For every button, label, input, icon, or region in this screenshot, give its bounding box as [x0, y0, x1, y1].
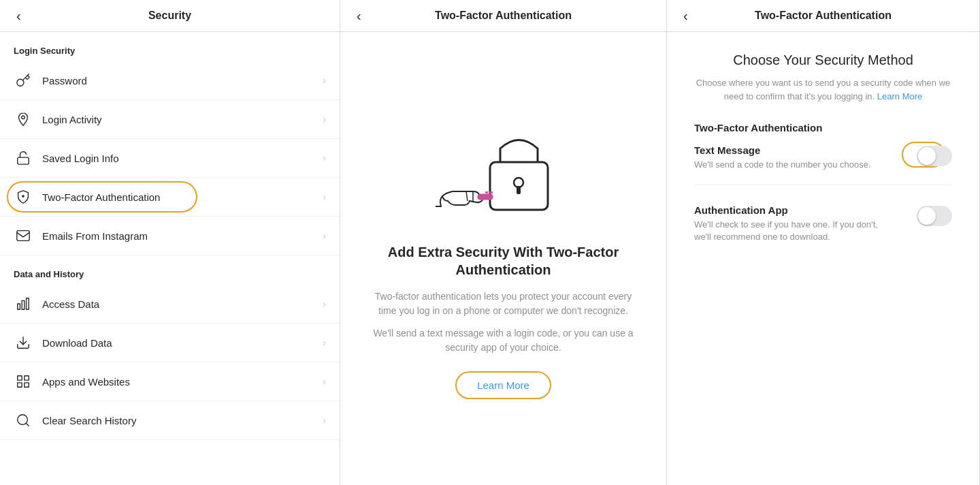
panel2-main-title: Add Extra Security With Two-Factor Authe…: [368, 243, 639, 279]
auth-app-option: Authentication App We'll check to see if…: [694, 204, 952, 243]
saved-login-label: Saved Login Info: [42, 153, 323, 164]
svg-point-1: [22, 195, 24, 198]
password-label: Password: [42, 75, 323, 87]
svg-rect-15: [517, 186, 521, 194]
text-message-option: Text Message We'll send a code to the nu…: [694, 144, 952, 185]
text-message-title: Text Message: [694, 144, 871, 156]
auth-app-toggle[interactable]: [917, 206, 952, 226]
sidebar-item-password[interactable]: Password ›: [0, 61, 340, 100]
panel1-title: Security: [148, 10, 191, 22]
shield-icon: [14, 187, 33, 206]
password-chevron: ›: [323, 75, 326, 86]
location-icon: [14, 110, 33, 129]
key-icon: [14, 71, 33, 90]
svg-line-12: [26, 423, 29, 426]
sidebar-item-two-factor[interactable]: Two-Factor Authentication ›: [0, 178, 340, 217]
download-data-chevron: ›: [323, 337, 326, 348]
two-factor-chevron: ›: [323, 191, 326, 202]
login-activity-chevron: ›: [323, 114, 326, 125]
two-factor-info-panel: ‹ Two-Factor Authentication: [340, 0, 667, 485]
svg-rect-4: [22, 300, 24, 309]
panel2-header: ‹ Two-Factor Authentication: [340, 0, 666, 32]
text-message-text: Text Message We'll send a code to the nu…: [694, 144, 871, 171]
login-activity-label: Login Activity: [42, 114, 323, 125]
login-security-section: Login Security Password › Login Activity…: [0, 32, 340, 255]
svg-rect-7: [18, 376, 22, 380]
security-panel: ‹ Security Login Security Password › Log…: [0, 0, 340, 485]
lock-illustration: [436, 118, 572, 227]
data-history-section: Data and History Access Data › Download …: [0, 255, 340, 440]
svg-line-16: [466, 191, 468, 201]
panel2-desc2: We'll send a text message with a login c…: [368, 326, 639, 355]
choose-method-subtitle: Choose where you want us to send you a s…: [694, 76, 952, 103]
bar-chart-icon: [14, 294, 33, 313]
svg-rect-10: [24, 383, 29, 387]
sidebar-item-download-data[interactable]: Download Data ›: [0, 324, 340, 362]
choose-method-title: Choose Your Security Method: [694, 52, 952, 68]
grid-icon: [14, 372, 33, 391]
sidebar-item-login-activity[interactable]: Login Activity ›: [0, 100, 340, 139]
panel3-body: Choose Your Security Method Choose where…: [667, 32, 979, 485]
svg-rect-20: [485, 191, 488, 193]
clear-search-label: Clear Search History: [42, 415, 323, 426]
emails-chevron: ›: [323, 230, 326, 241]
panel3-back-button[interactable]: ‹: [678, 6, 693, 25]
svg-rect-18: [478, 194, 493, 200]
sidebar-item-saved-login[interactable]: Saved Login Info ›: [0, 139, 340, 178]
subtitle-learn-more-link[interactable]: Learn More: [877, 91, 922, 101]
download-data-label: Download Data: [42, 337, 323, 349]
access-data-chevron: ›: [323, 298, 326, 309]
lock-open-icon: [14, 148, 33, 168]
apps-websites-label: Apps and Websites: [42, 376, 323, 388]
svg-rect-2: [17, 231, 29, 241]
mail-icon: [14, 226, 33, 245]
learn-more-button[interactable]: Learn More: [455, 371, 551, 399]
svg-rect-19: [489, 191, 493, 193]
saved-login-chevron: ›: [323, 153, 326, 163]
panel2-title: Two-Factor Authentication: [435, 10, 572, 22]
panel2-back-button[interactable]: ‹: [351, 6, 367, 25]
search-icon: [14, 411, 33, 430]
emails-label: Emails From Instagram: [42, 230, 323, 242]
login-security-label: Login Security: [0, 32, 340, 61]
sidebar-item-emails[interactable]: Emails From Instagram ›: [0, 217, 340, 255]
panel2-desc1: Two-factor authentication lets you prote…: [368, 290, 639, 318]
sidebar-item-apps-websites[interactable]: Apps and Websites ›: [0, 362, 340, 401]
auth-app-title: Authentication App: [694, 204, 885, 216]
two-factor-label: Two-Factor Authentication: [42, 191, 323, 203]
panel1-header: ‹ Security: [0, 0, 340, 32]
panel3-header: ‹ Two-Factor Authentication: [667, 0, 979, 32]
download-icon: [14, 333, 33, 352]
svg-rect-8: [24, 376, 29, 380]
panel1-back-button[interactable]: ‹: [11, 6, 27, 25]
svg-rect-5: [27, 298, 29, 310]
two-factor-section-title: Two-Factor Authentication: [694, 122, 952, 134]
auth-app-desc: We'll check to see if you have one. If y…: [694, 219, 885, 243]
sidebar-item-clear-search[interactable]: Clear Search History ›: [0, 401, 340, 440]
access-data-label: Access Data: [42, 298, 323, 310]
text-message-toggle-wrapper: [906, 144, 952, 166]
sidebar-item-access-data[interactable]: Access Data ›: [0, 285, 340, 324]
svg-rect-0: [18, 157, 29, 164]
data-history-label: Data and History: [0, 255, 340, 285]
security-method-panel: ‹ Two-Factor Authentication Choose Your …: [667, 0, 980, 485]
text-message-toggle[interactable]: [917, 146, 952, 166]
apps-websites-chevron: ›: [323, 376, 326, 387]
svg-rect-9: [18, 383, 22, 387]
panel3-title: Two-Factor Authentication: [755, 10, 892, 22]
svg-rect-3: [18, 304, 20, 309]
svg-point-14: [514, 178, 523, 187]
text-message-desc: We'll send a code to the number you choo…: [694, 159, 871, 171]
auth-app-text: Authentication App We'll check to see if…: [694, 204, 885, 243]
panel2-body: Add Extra Security With Two-Factor Authe…: [340, 32, 666, 485]
clear-search-chevron: ›: [323, 415, 326, 426]
